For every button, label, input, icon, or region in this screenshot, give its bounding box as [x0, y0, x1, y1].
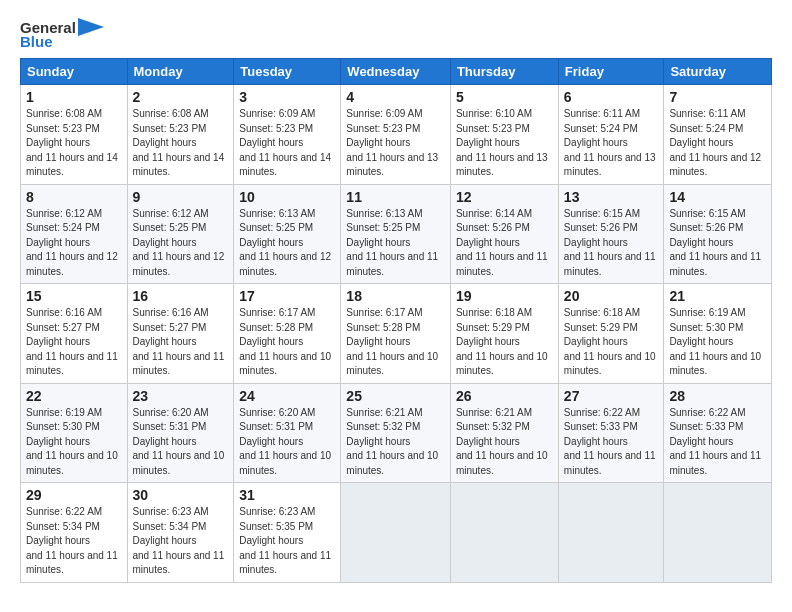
calendar-week-5: 29 Sunrise: 6:22 AMSunset: 5:34 PMDaylig…: [21, 483, 772, 583]
calendar-cell: 16 Sunrise: 6:16 AMSunset: 5:27 PMDaylig…: [127, 284, 234, 384]
calendar-cell: 8 Sunrise: 6:12 AMSunset: 5:24 PMDayligh…: [21, 184, 128, 284]
calendar-cell: 10 Sunrise: 6:13 AMSunset: 5:25 PMDaylig…: [234, 184, 341, 284]
day-number: 31: [239, 487, 335, 503]
day-info: Sunrise: 6:22 AMSunset: 5:33 PMDaylight …: [669, 407, 761, 476]
day-number: 21: [669, 288, 766, 304]
col-header-monday: Monday: [127, 59, 234, 85]
day-number: 22: [26, 388, 122, 404]
header: General Blue: [20, 18, 772, 50]
calendar-cell: 13 Sunrise: 6:15 AMSunset: 5:26 PMDaylig…: [558, 184, 664, 284]
calendar-cell: 23 Sunrise: 6:20 AMSunset: 5:31 PMDaylig…: [127, 383, 234, 483]
calendar-cell: 5 Sunrise: 6:10 AMSunset: 5:23 PMDayligh…: [450, 85, 558, 185]
calendar-cell: 4 Sunrise: 6:09 AMSunset: 5:23 PMDayligh…: [341, 85, 451, 185]
calendar-cell: [341, 483, 451, 583]
calendar-week-4: 22 Sunrise: 6:19 AMSunset: 5:30 PMDaylig…: [21, 383, 772, 483]
day-number: 5: [456, 89, 553, 105]
header-row: SundayMondayTuesdayWednesdayThursdayFrid…: [21, 59, 772, 85]
calendar-cell: 21 Sunrise: 6:19 AMSunset: 5:30 PMDaylig…: [664, 284, 772, 384]
calendar-cell: 27 Sunrise: 6:22 AMSunset: 5:33 PMDaylig…: [558, 383, 664, 483]
day-info: Sunrise: 6:15 AMSunset: 5:26 PMDaylight …: [564, 208, 656, 277]
day-number: 10: [239, 189, 335, 205]
calendar-cell: 11 Sunrise: 6:13 AMSunset: 5:25 PMDaylig…: [341, 184, 451, 284]
calendar-cell: 6 Sunrise: 6:11 AMSunset: 5:24 PMDayligh…: [558, 85, 664, 185]
col-header-friday: Friday: [558, 59, 664, 85]
calendar-cell: 3 Sunrise: 6:09 AMSunset: 5:23 PMDayligh…: [234, 85, 341, 185]
day-number: 30: [133, 487, 229, 503]
day-number: 1: [26, 89, 122, 105]
day-number: 26: [456, 388, 553, 404]
logo: General Blue: [20, 18, 104, 50]
calendar-cell: [664, 483, 772, 583]
day-number: 4: [346, 89, 445, 105]
day-number: 13: [564, 189, 659, 205]
day-info: Sunrise: 6:08 AMSunset: 5:23 PMDaylight …: [133, 108, 225, 177]
calendar-cell: 12 Sunrise: 6:14 AMSunset: 5:26 PMDaylig…: [450, 184, 558, 284]
day-info: Sunrise: 6:19 AMSunset: 5:30 PMDaylight …: [26, 407, 118, 476]
day-info: Sunrise: 6:20 AMSunset: 5:31 PMDaylight …: [239, 407, 331, 476]
day-number: 23: [133, 388, 229, 404]
day-info: Sunrise: 6:19 AMSunset: 5:30 PMDaylight …: [669, 307, 761, 376]
day-info: Sunrise: 6:18 AMSunset: 5:29 PMDaylight …: [564, 307, 656, 376]
day-number: 9: [133, 189, 229, 205]
calendar-page: General Blue SundayMondayTuesdayWednesda…: [0, 0, 792, 593]
calendar-cell: 15 Sunrise: 6:16 AMSunset: 5:27 PMDaylig…: [21, 284, 128, 384]
calendar-cell: 28 Sunrise: 6:22 AMSunset: 5:33 PMDaylig…: [664, 383, 772, 483]
day-number: 17: [239, 288, 335, 304]
day-number: 12: [456, 189, 553, 205]
calendar-cell: 31 Sunrise: 6:23 AMSunset: 5:35 PMDaylig…: [234, 483, 341, 583]
calendar-cell: 19 Sunrise: 6:18 AMSunset: 5:29 PMDaylig…: [450, 284, 558, 384]
day-info: Sunrise: 6:21 AMSunset: 5:32 PMDaylight …: [346, 407, 438, 476]
day-number: 7: [669, 89, 766, 105]
calendar-cell: 18 Sunrise: 6:17 AMSunset: 5:28 PMDaylig…: [341, 284, 451, 384]
day-number: 18: [346, 288, 445, 304]
logo-blue: Blue: [20, 33, 53, 50]
calendar-table: SundayMondayTuesdayWednesdayThursdayFrid…: [20, 58, 772, 583]
calendar-cell: 29 Sunrise: 6:22 AMSunset: 5:34 PMDaylig…: [21, 483, 128, 583]
day-info: Sunrise: 6:22 AMSunset: 5:33 PMDaylight …: [564, 407, 656, 476]
calendar-cell: 2 Sunrise: 6:08 AMSunset: 5:23 PMDayligh…: [127, 85, 234, 185]
day-number: 2: [133, 89, 229, 105]
calendar-cell: 17 Sunrise: 6:17 AMSunset: 5:28 PMDaylig…: [234, 284, 341, 384]
day-info: Sunrise: 6:12 AMSunset: 5:24 PMDaylight …: [26, 208, 118, 277]
calendar-week-3: 15 Sunrise: 6:16 AMSunset: 5:27 PMDaylig…: [21, 284, 772, 384]
calendar-week-1: 1 Sunrise: 6:08 AMSunset: 5:23 PMDayligh…: [21, 85, 772, 185]
day-number: 16: [133, 288, 229, 304]
day-info: Sunrise: 6:11 AMSunset: 5:24 PMDaylight …: [669, 108, 761, 177]
calendar-cell: [450, 483, 558, 583]
day-info: Sunrise: 6:23 AMSunset: 5:34 PMDaylight …: [133, 506, 225, 575]
day-info: Sunrise: 6:16 AMSunset: 5:27 PMDaylight …: [26, 307, 118, 376]
day-info: Sunrise: 6:13 AMSunset: 5:25 PMDaylight …: [239, 208, 331, 277]
calendar-cell: 9 Sunrise: 6:12 AMSunset: 5:25 PMDayligh…: [127, 184, 234, 284]
day-info: Sunrise: 6:09 AMSunset: 5:23 PMDaylight …: [239, 108, 331, 177]
day-number: 28: [669, 388, 766, 404]
day-number: 3: [239, 89, 335, 105]
calendar-cell: [558, 483, 664, 583]
day-info: Sunrise: 6:08 AMSunset: 5:23 PMDaylight …: [26, 108, 118, 177]
day-info: Sunrise: 6:23 AMSunset: 5:35 PMDaylight …: [239, 506, 331, 575]
day-number: 11: [346, 189, 445, 205]
day-info: Sunrise: 6:17 AMSunset: 5:28 PMDaylight …: [346, 307, 438, 376]
day-info: Sunrise: 6:15 AMSunset: 5:26 PMDaylight …: [669, 208, 761, 277]
svg-marker-0: [78, 18, 104, 36]
day-info: Sunrise: 6:22 AMSunset: 5:34 PMDaylight …: [26, 506, 118, 575]
logo-icon: [78, 18, 104, 36]
calendar-cell: 26 Sunrise: 6:21 AMSunset: 5:32 PMDaylig…: [450, 383, 558, 483]
calendar-cell: 22 Sunrise: 6:19 AMSunset: 5:30 PMDaylig…: [21, 383, 128, 483]
col-header-tuesday: Tuesday: [234, 59, 341, 85]
day-info: Sunrise: 6:20 AMSunset: 5:31 PMDaylight …: [133, 407, 225, 476]
calendar-cell: 25 Sunrise: 6:21 AMSunset: 5:32 PMDaylig…: [341, 383, 451, 483]
calendar-cell: 30 Sunrise: 6:23 AMSunset: 5:34 PMDaylig…: [127, 483, 234, 583]
day-info: Sunrise: 6:18 AMSunset: 5:29 PMDaylight …: [456, 307, 548, 376]
calendar-cell: 20 Sunrise: 6:18 AMSunset: 5:29 PMDaylig…: [558, 284, 664, 384]
day-number: 14: [669, 189, 766, 205]
day-number: 25: [346, 388, 445, 404]
day-info: Sunrise: 6:12 AMSunset: 5:25 PMDaylight …: [133, 208, 225, 277]
day-number: 19: [456, 288, 553, 304]
day-number: 20: [564, 288, 659, 304]
day-info: Sunrise: 6:17 AMSunset: 5:28 PMDaylight …: [239, 307, 331, 376]
col-header-wednesday: Wednesday: [341, 59, 451, 85]
col-header-saturday: Saturday: [664, 59, 772, 85]
day-info: Sunrise: 6:21 AMSunset: 5:32 PMDaylight …: [456, 407, 548, 476]
day-info: Sunrise: 6:11 AMSunset: 5:24 PMDaylight …: [564, 108, 656, 177]
day-info: Sunrise: 6:13 AMSunset: 5:25 PMDaylight …: [346, 208, 438, 277]
